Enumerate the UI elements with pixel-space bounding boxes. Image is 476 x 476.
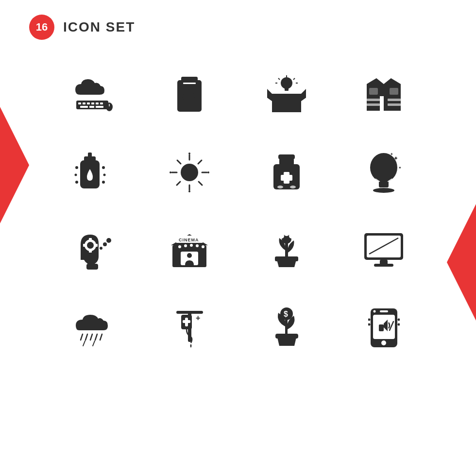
svg-line-49 [177,182,180,185]
svg-rect-29 [388,103,401,106]
svg-point-41 [181,164,198,181]
svg-line-103 [83,341,85,346]
header: 16 ICON SET [29,15,135,40]
svg-rect-88 [285,243,288,257]
svg-point-121 [373,310,375,313]
icon-rain-cloud [49,296,136,359]
svg-line-100 [90,334,92,340]
svg-line-46 [177,160,181,164]
svg-rect-30 [369,88,378,95]
svg-point-60 [290,186,296,188]
svg-point-52 [170,171,171,173]
svg-point-119 [381,340,386,345]
svg-point-36 [74,174,77,176]
svg-rect-70 [89,250,92,253]
svg-point-38 [102,166,105,169]
svg-point-50 [188,153,190,154]
icon-atom-canister [146,63,233,126]
svg-point-124 [397,319,400,321]
svg-point-75 [106,238,111,243]
svg-text:+: + [196,314,200,322]
svg-point-61 [373,188,394,193]
svg-rect-71 [83,244,85,247]
svg-point-82 [178,245,181,248]
svg-rect-34 [88,153,92,157]
svg-line-101 [95,334,97,340]
icon-gas-tank [49,141,136,204]
svg-point-17 [187,94,191,98]
svg-rect-26 [367,99,380,101]
icon-medical-drip: + [146,296,233,359]
svg-rect-58 [281,175,292,181]
svg-point-68 [87,242,94,249]
svg-rect-109 [183,320,190,323]
svg-text:✦: ✦ [398,166,402,170]
svg-point-122 [368,319,371,321]
svg-rect-111 [275,334,298,339]
svg-point-73 [100,247,102,250]
icon-phone-speaker [340,296,427,359]
svg-rect-72 [95,244,98,247]
svg-point-85 [196,244,199,247]
icon-count-badge: 16 [29,15,54,40]
svg-line-99 [85,334,87,340]
svg-rect-6 [100,102,103,104]
svg-rect-112 [285,320,288,334]
svg-point-125 [397,323,400,326]
icon-monitor [340,219,427,282]
decorative-triangle-right [447,204,476,321]
svg-text:✦: ✦ [393,155,398,162]
svg-point-19 [281,77,292,89]
svg-point-91 [289,234,294,238]
svg-rect-9 [96,106,103,108]
svg-rect-28 [367,103,380,106]
icon-safety-vest [340,63,427,126]
svg-point-84 [190,244,193,247]
svg-text:✦: ✦ [390,152,393,156]
svg-text:$: $ [284,310,288,318]
svg-rect-13 [181,77,198,82]
svg-point-123 [368,323,371,326]
svg-rect-0 [76,101,108,109]
svg-rect-120 [380,310,388,312]
svg-point-83 [184,244,187,247]
svg-rect-117 [379,324,384,331]
svg-point-92 [279,234,284,238]
svg-point-10 [106,102,113,111]
icon-sun-bright [146,141,233,204]
svg-rect-1 [78,102,81,104]
icon-grid: ✦ ✦ ✦ [49,63,427,359]
icon-medicine-bottle [243,141,330,204]
svg-rect-55 [279,158,294,165]
svg-rect-7 [80,106,88,108]
icon-mind-gear [49,219,136,282]
svg-rect-56 [278,154,295,159]
svg-line-104 [93,341,95,346]
decorative-triangle-left [0,107,29,223]
svg-rect-3 [87,102,90,104]
svg-line-48 [198,160,202,164]
svg-point-53 [207,171,209,173]
svg-rect-4 [91,102,94,104]
svg-rect-2 [83,102,85,104]
svg-point-37 [75,181,78,184]
svg-point-51 [188,190,190,192]
svg-point-81 [187,253,192,258]
svg-rect-18 [183,83,196,84]
svg-point-90 [284,230,289,236]
svg-text:CINEMA: CINEMA [179,238,199,242]
svg-line-98 [81,334,83,340]
icon-cinema-booth: CINEMA [146,219,233,282]
svg-point-40 [102,181,105,184]
svg-point-35 [75,166,78,169]
svg-rect-5 [96,102,99,104]
icon-chef-hat-plant [243,219,330,282]
svg-point-74 [103,242,107,246]
svg-rect-31 [390,88,398,95]
svg-point-39 [103,174,105,176]
svg-rect-69 [89,238,92,240]
icon-cloud-keyboard [49,63,136,126]
svg-line-22 [278,78,280,80]
svg-rect-27 [388,99,401,101]
svg-rect-20 [285,88,289,91]
